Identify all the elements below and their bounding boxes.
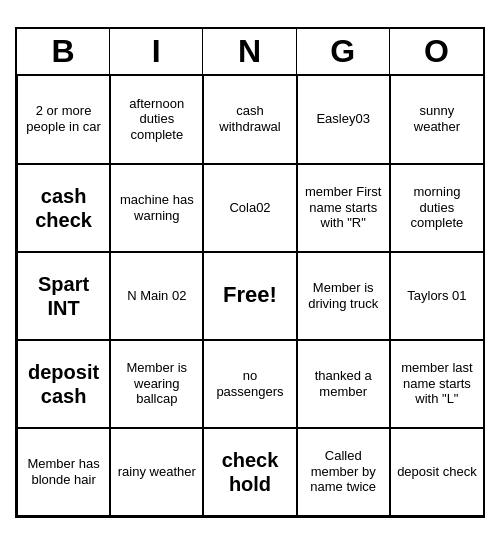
bingo-header: B I N G O [17, 29, 483, 76]
bingo-cell-12[interactable]: Free! [203, 252, 296, 340]
header-n: N [203, 29, 296, 74]
header-b: B [17, 29, 110, 74]
bingo-cell-13[interactable]: Member is driving truck [297, 252, 390, 340]
bingo-cell-6[interactable]: machine has warning [110, 164, 203, 252]
header-o: O [390, 29, 483, 74]
bingo-cell-11[interactable]: N Main 02 [110, 252, 203, 340]
header-i: I [110, 29, 203, 74]
bingo-cell-17[interactable]: no passengers [203, 340, 296, 428]
header-g: G [297, 29, 390, 74]
bingo-cell-24[interactable]: deposit check [390, 428, 483, 516]
bingo-grid: 2 or more people in carafternoon duties … [17, 76, 483, 516]
bingo-cell-14[interactable]: Taylors 01 [390, 252, 483, 340]
bingo-cell-22[interactable]: check hold [203, 428, 296, 516]
bingo-cell-23[interactable]: Called member by name twice [297, 428, 390, 516]
bingo-cell-20[interactable]: Member has blonde hair [17, 428, 110, 516]
bingo-cell-16[interactable]: Member is wearing ballcap [110, 340, 203, 428]
bingo-cell-15[interactable]: deposit cash [17, 340, 110, 428]
bingo-cell-3[interactable]: Easley03 [297, 76, 390, 164]
bingo-cell-21[interactable]: rainy weather [110, 428, 203, 516]
bingo-cell-4[interactable]: sunny weather [390, 76, 483, 164]
bingo-cell-10[interactable]: Spart INT [17, 252, 110, 340]
bingo-cell-1[interactable]: afternoon duties complete [110, 76, 203, 164]
bingo-card: B I N G O 2 or more people in carafterno… [15, 27, 485, 518]
bingo-cell-18[interactable]: thanked a member [297, 340, 390, 428]
bingo-cell-7[interactable]: Cola02 [203, 164, 296, 252]
bingo-cell-0[interactable]: 2 or more people in car [17, 76, 110, 164]
bingo-cell-2[interactable]: cash withdrawal [203, 76, 296, 164]
bingo-cell-19[interactable]: member last name starts with "L" [390, 340, 483, 428]
bingo-cell-5[interactable]: cash check [17, 164, 110, 252]
bingo-cell-8[interactable]: member First name starts with "R" [297, 164, 390, 252]
bingo-cell-9[interactable]: morning duties complete [390, 164, 483, 252]
